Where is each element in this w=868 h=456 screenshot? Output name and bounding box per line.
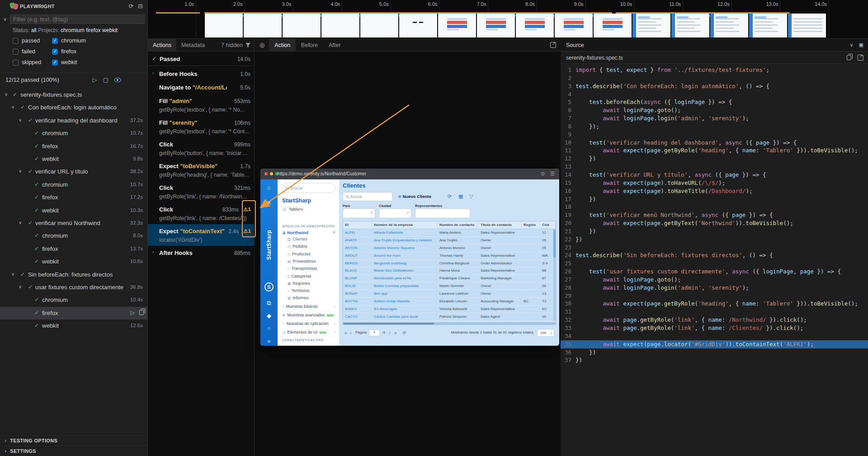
stop-icon[interactable]: ▢ — [103, 76, 108, 83]
code-line-25[interactable]: 25 — [561, 259, 868, 268]
code-line-7[interactable]: 7 await loginPage.login('admin', 'sereni… — [561, 114, 868, 122]
grid-header-cell[interactable]: Región — [522, 221, 540, 229]
copy-icon[interactable] — [139, 310, 144, 315]
code-line-8[interactable]: 8 }); — [561, 122, 868, 131]
code-line-31[interactable]: 31 — [561, 308, 868, 316]
film-strip-thumbnail[interactable] — [788, 14, 826, 38]
app-menu-item-pedidos[interactable]: ◷Pedidos — [288, 244, 336, 249]
tab-after[interactable]: After — [323, 39, 346, 51]
refresh-tests-icon[interactable]: ⟳ — [128, 3, 133, 9]
table-row[interactable]: BLONPBlondesddsl père et filsFrédérique … — [343, 275, 556, 282]
action-item-after-hooks[interactable]: ›After Hooks885ms — [148, 246, 254, 259]
code-line-32[interactable]: 32 await page.getByRole('link', { name: … — [561, 316, 868, 324]
tab-metadata[interactable]: Metadata — [176, 39, 210, 51]
watch-all-icon[interactable] — [114, 78, 121, 82]
checkbox-firefox[interactable]: firefox — [52, 48, 76, 55]
open-snapshot-icon[interactable] — [550, 42, 556, 48]
table-row[interactable]: ANTONAntonio Moreno TaqueríaAntonio More… — [343, 244, 556, 252]
run-all-icon[interactable]: ▷ — [93, 76, 97, 83]
run-test-icon[interactable]: ▷ — [131, 310, 135, 316]
film-strip-thumbnail[interactable] — [283, 14, 321, 38]
film-strip-thumbnail[interactable] — [749, 14, 787, 38]
chevron-down-icon[interactable]: ∨ — [11, 272, 14, 277]
code-line-9[interactable]: 9 — [561, 131, 868, 139]
tree-item-sin-beforeeach-fixtures-directos[interactable]: ∨✓Sin beforeEach: fixtures directos — [0, 268, 147, 281]
tree-item-firefox[interactable]: ✓firefox▷ — [0, 307, 147, 320]
action-item-expect-tobevisible[interactable]: Expect "toBeVisible"1.7sgetByRole('headi… — [148, 159, 254, 181]
code-line-13[interactable]: 13 — [561, 163, 868, 171]
table-row[interactable]: BLAUSBlauer See DelikatessenHanna MoosSa… — [343, 267, 556, 275]
grid-header-cell[interactable]: ID — [343, 221, 372, 229]
action-item-fill-admin[interactable]: Fill "admin"553msgetByRole('textbox', { … — [148, 94, 254, 116]
code-line-16[interactable]: 16 await expect(page).toHaveTitle(/Dashb… — [561, 187, 868, 195]
film-strip-thumbnail[interactable] — [671, 14, 709, 38]
film-strip-thumbnail[interactable] — [205, 14, 243, 38]
filter-funnel-icon[interactable] — [245, 43, 250, 47]
table-row[interactable]: BERGSBerglunds snabbköpChristina Berglun… — [343, 260, 556, 268]
tree-item-usar-fixtures-custom-directamente[interactable]: ∨✓usar fixtures custom directamente36.8s — [0, 281, 147, 294]
checkbox-icon[interactable] — [13, 38, 19, 44]
tree-item-webkit[interactable]: ✓webkit10.3s — [0, 204, 147, 217]
tree-item-firefox[interactable]: ✓firefox17.2s — [0, 191, 147, 204]
chevron-down-icon[interactable]: ∨ — [3, 16, 7, 22]
chevron-right-icon[interactable]: › — [152, 249, 154, 254]
code-line-4[interactable]: 4 — [561, 90, 868, 99]
tree-item-chromium[interactable]: ✓chromium10.7s — [0, 127, 147, 140]
tree-item-webkit[interactable]: ✓webkit10.6s — [0, 255, 147, 268]
tree-item-con-beforeeach-login-autom-tico[interactable]: ∨✓Con beforeEach: login automático — [0, 101, 147, 114]
tab-action[interactable]: Action — [269, 39, 296, 51]
film-strip-thumbnail[interactable] — [321, 14, 359, 38]
code-line-14[interactable]: 14 test('verificar URL y título', async … — [561, 171, 868, 179]
table-row[interactable]: BOTTMBottom-Dollar MarketsElizabeth Linc… — [343, 298, 556, 306]
app-menu-item-clientes[interactable]: ◫Clientes — [288, 237, 336, 241]
settings-section[interactable]: › SETTINGS — [0, 446, 147, 456]
pick-locator-icon[interactable]: ◎ — [259, 42, 264, 48]
action-item-expect-tocontaintext[interactable]: Expect "toContainText"2.4s⚠1locator('#Gr… — [148, 224, 254, 246]
tree-item-webkit[interactable]: ✓webkit12.6s — [0, 320, 147, 332]
code-line-19[interactable]: 19 test('verificar menú Northwind', asyn… — [561, 211, 868, 219]
code-line-26[interactable]: 26 test('usar fixtures custom directamen… — [561, 268, 868, 276]
code-line-23[interactable]: 23 — [561, 244, 868, 252]
checkbox-chromium[interactable]: chromium — [52, 37, 86, 44]
code-line-1[interactable]: 1import { test, expect } from '../fixtur… — [561, 66, 868, 74]
grid-header-cell[interactable]: Nombre de la empresa — [372, 221, 438, 229]
chevron-down-icon[interactable]: ∨ — [850, 42, 854, 48]
app-menu-item-proveedores[interactable]: ▤Proveedores — [288, 259, 336, 263]
grid-header-cell[interactable]: Cód — [540, 221, 556, 229]
code-line-33[interactable]: 33 await page.getByRole('link', { name: … — [561, 324, 868, 332]
tree-item-webkit[interactable]: ✓webkit9.8s — [0, 153, 147, 165]
action-item-click[interactable]: Click999msgetByRole('button', { name: 'I… — [148, 137, 254, 159]
filter-input[interactable] — [10, 14, 145, 24]
checkbox-icon[interactable] — [52, 38, 58, 44]
app-menu-item-territorios[interactable]: ○Territorios — [288, 288, 336, 293]
code-line-28[interactable]: 28 await loginPage.login('admin', 'seren… — [561, 284, 868, 292]
testing-options-section[interactable]: › TESTING OPTIONS — [0, 435, 147, 446]
film-strip-thumbnail[interactable] — [360, 14, 398, 38]
film-strip-thumbnail[interactable] — [594, 14, 632, 38]
checkbox-icon[interactable] — [52, 49, 58, 55]
code-line-10[interactable]: 10 test('verificar heading del dashboard… — [561, 139, 868, 147]
grid-header-cell[interactable]: Nombre de contacto — [438, 221, 479, 229]
film-strip-thumbnail[interactable] — [244, 14, 282, 38]
film-strip-thumbnail[interactable] — [710, 14, 748, 38]
code-line-20[interactable]: 20 await expect(page.getByText('Northwin… — [561, 219, 868, 227]
code-line-35[interactable]: 35 await expect(page.locator('#GridDiv')… — [561, 340, 868, 348]
tree-item-firefox[interactable]: ✓firefox16.7s — [0, 140, 147, 153]
checkbox-skipped[interactable]: skipped — [13, 59, 41, 66]
chevron-down-icon[interactable]: ∨ — [19, 284, 22, 289]
collapse-panel-icon[interactable]: ⊟ — [138, 3, 143, 9]
film-strip-thumbnail[interactable] — [516, 14, 554, 38]
checkbox-icon[interactable] — [13, 49, 19, 55]
tab-actions[interactable]: Actions — [148, 39, 176, 51]
grid-header-cell[interactable]: Título de contacto — [479, 221, 522, 229]
tree-item-chromium[interactable]: ✓chromium8.0s — [0, 230, 147, 242]
code-line-36[interactable]: 36 }) — [561, 348, 868, 357]
table-row[interactable]: ANATRAna Trujillo Emparedados y heladosA… — [343, 237, 556, 244]
chevron-down-icon[interactable]: ∨ — [19, 169, 22, 174]
code-line-12[interactable]: 12 }) — [561, 155, 868, 163]
chevron-down-icon[interactable]: ∨ — [19, 118, 22, 122]
code-line-21[interactable]: 21 }) — [561, 227, 868, 235]
tree-item-serenity-fixtures-spec-ts[interactable]: ∨✓serenity-fixtures.spec.ts — [0, 89, 147, 101]
code-line-37[interactable]: 37}) — [561, 356, 868, 364]
tree-item-firefox[interactable]: ✓firefox13.7s — [0, 243, 147, 255]
